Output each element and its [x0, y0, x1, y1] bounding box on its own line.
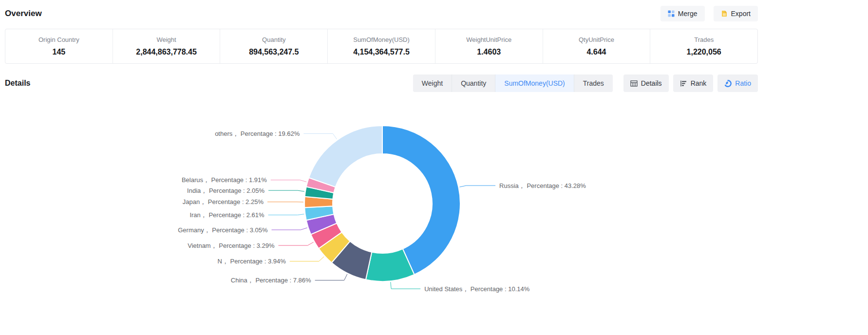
- topbar: Overview MergeExport: [5, 5, 758, 22]
- view-tab-rank[interactable]: Rank: [673, 74, 714, 92]
- pie-label-line-china: [315, 274, 347, 280]
- pie-label-line-russia: [459, 186, 495, 187]
- stat-sumofmoney-usd: SumOfMoney(USD)4,154,364,577.5: [328, 29, 435, 63]
- stat-label: Quantity: [262, 36, 285, 43]
- stat-value: 894,563,247.5: [249, 48, 299, 56]
- merge-button-label: Merge: [678, 10, 698, 18]
- stat-value: 2,844,863,778.45: [136, 48, 197, 56]
- stat-weight: Weight2,844,863,778.45: [113, 29, 221, 63]
- pie-label-line-vietnam: [279, 242, 314, 245]
- pie-label-germany: Germany， Percentage : 3.05%: [178, 226, 268, 234]
- details-title: Details: [5, 79, 30, 88]
- pie-label-line-iran: [268, 214, 304, 215]
- pie-label-n: N， Percentage : 3.94%: [218, 258, 286, 265]
- page: Overview MergeExport Origin Country145We…: [0, 0, 758, 315]
- pie-label-belarus: Belarus， Percentage : 1.91%: [182, 176, 267, 184]
- view-tab-label: Ratio: [735, 79, 751, 87]
- page-title: Overview: [5, 9, 42, 19]
- view-tab-ratio[interactable]: Ratio: [717, 74, 758, 92]
- stat-quantity: Quantity894,563,247.5: [220, 29, 328, 63]
- pie-label-line-n: [290, 257, 324, 261]
- pie-label-line-germany: [272, 228, 307, 230]
- table-icon: [630, 80, 638, 87]
- pie-label-line-belarus: [271, 180, 306, 182]
- pie-label-china: China， Percentage : 7.86%: [231, 277, 311, 284]
- view-tab-label: Details: [641, 79, 662, 87]
- export-button[interactable]: Export: [714, 6, 758, 21]
- stat-label: QtyUnitPrice: [579, 36, 614, 43]
- pie-label-india: India， Percentage : 2.05%: [187, 187, 264, 194]
- stat-value: 1.4603: [477, 48, 501, 56]
- pie-label-line-others: [303, 133, 337, 139]
- pie-slice-others[interactable]: [309, 126, 382, 187]
- pie-label-russia: Russia， Percentage : 43.28%: [499, 182, 586, 189]
- stat-label: WeightUnitPrice: [466, 36, 511, 43]
- merge-icon: [668, 10, 675, 17]
- stat-value: 4.644: [586, 48, 606, 56]
- pie-label-vietnam: Vietnam， Percentage : 3.29%: [188, 242, 275, 249]
- stat-label: SumOfMoney(USD): [353, 36, 410, 43]
- tab-quantity[interactable]: Quantity: [452, 74, 495, 92]
- view-tab-details[interactable]: Details: [623, 74, 669, 92]
- export-button-label: Export: [731, 10, 751, 18]
- pie-icon: [724, 80, 732, 87]
- stat-origin-country: Origin Country145: [5, 29, 113, 63]
- topbar-actions: MergeExport: [652, 6, 758, 21]
- metric-tabs: WeightQuantitySumOfMoney(USD)Trades: [413, 74, 613, 92]
- rank-icon: [680, 80, 687, 87]
- pie-label-united-states: United States， Percentage : 10.14%: [424, 285, 530, 293]
- tab-groups: WeightQuantitySumOfMoney(USD)Trades Deta…: [413, 74, 758, 92]
- stat-value: 145: [53, 48, 66, 56]
- stat-qtyunitprice: QtyUnitPrice4.644: [543, 29, 651, 63]
- pie-label-line-united-states: [391, 282, 420, 289]
- stat-value: 4,154,364,577.5: [353, 48, 410, 56]
- stat-trades: Trades1,220,056: [650, 29, 757, 63]
- details-row: Details WeightQuantitySumOfMoney(USD)Tra…: [5, 74, 758, 92]
- stat-value: 1,220,056: [687, 48, 721, 56]
- pie-label-japan: Japan， Percentage : 2.25%: [183, 198, 264, 205]
- pie-label-line-india: [268, 190, 304, 191]
- view-tab-label: Rank: [691, 79, 707, 87]
- merge-button[interactable]: Merge: [660, 6, 705, 21]
- pie-label-others: others， Percentage : 19.62%: [215, 130, 300, 137]
- view-tabs: DetailsRankRatio: [623, 74, 758, 92]
- stat-label: Trades: [694, 36, 714, 43]
- stat-label: Origin Country: [38, 36, 79, 43]
- export-icon: [721, 10, 728, 17]
- stat-weightunitprice: WeightUnitPrice1.4603: [435, 29, 543, 63]
- chart-wrap: Russia， Percentage : 43.28%United States…: [5, 99, 758, 315]
- tab-weight[interactable]: Weight: [413, 74, 452, 92]
- ratio-pie-chart: Russia， Percentage : 43.28%United States…: [5, 99, 758, 313]
- stats-bar: Origin Country145Weight2,844,863,778.45Q…: [5, 29, 758, 64]
- pie-label-iran: Iran， Percentage : 2.61%: [189, 211, 264, 219]
- tab-sumofmoney-usd[interactable]: SumOfMoney(USD): [495, 74, 574, 92]
- stat-label: Weight: [156, 36, 176, 43]
- tab-trades[interactable]: Trades: [574, 74, 613, 92]
